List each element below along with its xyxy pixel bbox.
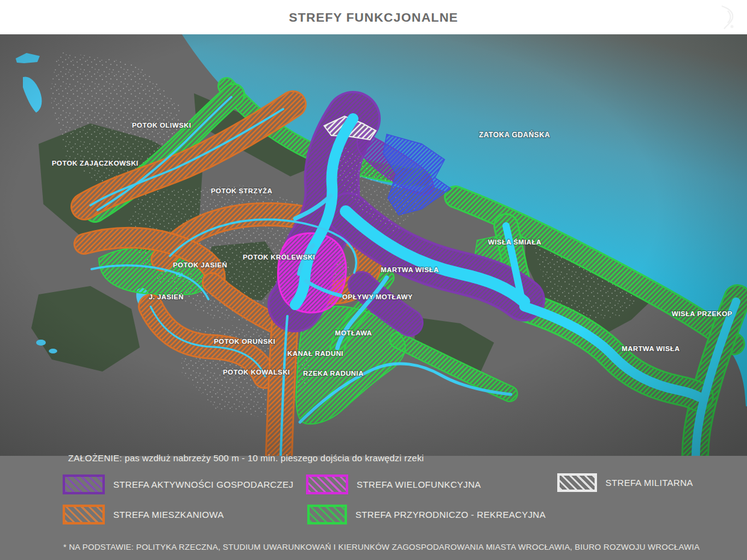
map-label-wisla-smiala: WISŁA ŚMIAŁA bbox=[488, 238, 542, 246]
legend-swatch-housing bbox=[63, 505, 105, 524]
legend-label-economic: STREFA AKTYWNOŚCI GOSPODARCZEJ bbox=[113, 479, 293, 490]
page-title: STREFY FUNKCJONALNE bbox=[0, 0, 747, 34]
map-label-potok-strzyza: POTOK STRZYŻA bbox=[211, 187, 272, 194]
legend-swatch-military bbox=[557, 473, 597, 492]
map-label-zatoka-gdanska: ZATOKA GDAŃSKA bbox=[479, 130, 550, 139]
legend-swatch-recreation bbox=[307, 505, 347, 524]
legend-label-military: STREFA MILITARNA bbox=[605, 478, 693, 488]
map-label-potok-orunski: POTOK ORUŃSKI bbox=[214, 338, 275, 345]
map: POTOK OLIWSKI POTOK ZAJĄCZKOWSKI POTOK S… bbox=[0, 34, 747, 456]
vignette bbox=[0, 34, 747, 456]
map-label-potok-jasien: POTOK JASIEŃ bbox=[173, 261, 227, 269]
map-label-potok-kowalski: POTOK KOWALSKI bbox=[223, 369, 290, 376]
map-label-oplywy-motlawy: OPŁYWY MOTŁAWY bbox=[342, 293, 413, 300]
legend-item-economic: STREFA AKTYWNOŚCI GOSPODARCZEJ bbox=[63, 474, 293, 494]
map-label-rzeka-radunia: RZEKA RADUNIA bbox=[303, 370, 364, 377]
assumption-note: ZAŁOŻENIE: pas wzdłuż nabrzeży 500 m - 1… bbox=[68, 453, 424, 463]
legend-item-housing: STREFA MIESZKANIOWA bbox=[63, 505, 224, 524]
map-label-wisla-przekop: WISŁA PRZEKOP bbox=[672, 310, 733, 317]
map-label-martwa-wisla: MARTWA WISŁA bbox=[381, 266, 439, 273]
map-label-kanal-raduni: KANAŁ RADUNI bbox=[287, 350, 343, 357]
map-label-martwa-wisla-east: MARTWA WISŁA bbox=[622, 345, 680, 352]
legend-label-multifunctional: STREFA WIELOFUNKCYJNA bbox=[357, 479, 481, 490]
legend-item-recreation: STREFA PRZYRODNICZO - REKREACYJNA bbox=[307, 505, 546, 524]
legend-label-recreation: STREFA PRZYRODNICZO - REKREACYJNA bbox=[355, 509, 546, 520]
legend-item-military: STREFA MILITARNA bbox=[557, 473, 693, 492]
legend-swatch-economic bbox=[63, 474, 105, 494]
map-label-potok-oliwski: POTOK OLIWSKI bbox=[132, 122, 191, 129]
map-canvas: POTOK OLIWSKI POTOK ZAJĄCZKOWSKI POTOK S… bbox=[0, 34, 747, 456]
header: STREFY FUNKCJONALNE bbox=[0, 0, 747, 34]
map-label-j-jasien: J. JASIEŃ bbox=[149, 293, 184, 300]
legend-label-housing: STREFA MIESZKANIOWA bbox=[113, 509, 224, 520]
map-label-motlawa: MOTŁAWA bbox=[335, 329, 372, 337]
page: STREFY FUNKCJONALNE bbox=[0, 0, 747, 560]
header-logo-mark bbox=[716, 2, 740, 31]
legend-swatch-multifunctional bbox=[306, 474, 348, 494]
footnote: * NA PODSTAWIE: POLITYKA RZECZNA, STUDIU… bbox=[63, 543, 699, 552]
map-label-potok-zajaczkowski: POTOK ZAJĄCZKOWSKI bbox=[52, 160, 139, 167]
legend-item-multifunctional: STREFA WIELOFUNKCYJNA bbox=[306, 474, 481, 494]
map-label-potok-krolewski: POTOK KRÓLEWSKI bbox=[243, 254, 315, 261]
